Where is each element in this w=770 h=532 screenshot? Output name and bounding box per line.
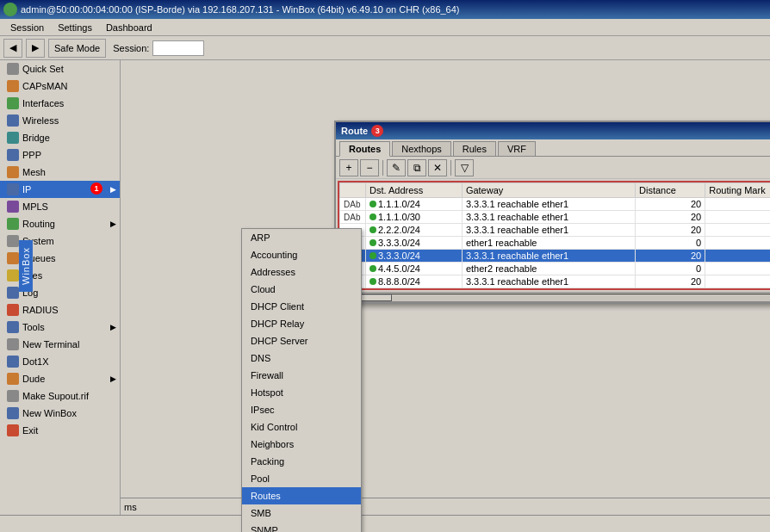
- sidebar-item-mesh[interactable]: Mesh: [0, 164, 120, 181]
- sidebar-label-interfaces: Interfaces: [22, 98, 64, 108]
- exit-icon: [7, 424, 19, 436]
- forward-button[interactable]: ▶: [26, 39, 45, 58]
- row-indicator: [369, 278, 376, 285]
- sidebar-item-ppp[interactable]: PPP: [0, 146, 120, 164]
- dropdown-item-cloud[interactable]: Cloud: [242, 281, 361, 298]
- menu-dashboard[interactable]: Dashboard: [99, 21, 159, 34]
- capsman-icon: [7, 80, 19, 92]
- bottom-status: ms: [121, 498, 770, 515]
- sidebar-label-mesh: Mesh: [22, 167, 46, 177]
- menu-settings[interactable]: Settings: [51, 21, 99, 34]
- copy-button[interactable]: ⧉: [407, 159, 426, 176]
- sidebar-item-ip[interactable]: IP ▶ 1: [0, 181, 120, 198]
- edit-button[interactable]: ✎: [387, 159, 406, 176]
- tab-nexthops[interactable]: Nexthops: [392, 141, 450, 156]
- status-bar: [0, 515, 770, 532]
- dropdown-item-routes[interactable]: Routes: [242, 487, 361, 504]
- sidebar-item-make-supout[interactable]: Make Supout.rif: [0, 387, 120, 405]
- cell-distance: 20: [636, 198, 705, 211]
- menu-session[interactable]: Session: [3, 21, 51, 34]
- table-row[interactable]: 4.4.5.0/24ether2 reachable04.4.5.254: [340, 263, 771, 275]
- dropdown-item-smb[interactable]: SMB: [242, 504, 361, 522]
- separator-1: [382, 160, 383, 176]
- dude-icon: [7, 373, 19, 385]
- row-indicator: [369, 252, 376, 259]
- cell-routing-mark: [705, 211, 770, 224]
- delete-button[interactable]: ✕: [428, 159, 447, 176]
- table-row[interactable]: 3.3.3.0/24ether1 reachable03.3.3.2: [340, 237, 771, 250]
- sidebar-item-bridge[interactable]: Bridge: [0, 129, 120, 146]
- safe-mode-button[interactable]: Safe Mode: [48, 39, 106, 58]
- mpls-icon: [7, 201, 19, 213]
- cell-dst-address: 1.1.1.0/30: [366, 211, 463, 224]
- sidebar-item-dude[interactable]: Dude ▶: [0, 370, 120, 387]
- toolbar: ◀ ▶ Safe Mode Session:: [0, 36, 770, 60]
- filter-button[interactable]: ▽: [455, 159, 474, 176]
- cell-distance: 0: [636, 237, 705, 250]
- dropdown-item-neighbors[interactable]: Neighbors: [242, 436, 361, 453]
- sidebar-item-files[interactable]: Files: [0, 267, 120, 284]
- sidebar-label-wireless: Wireless: [22, 115, 59, 126]
- cell-dst-address: 1.1.1.0/24: [366, 198, 463, 211]
- tab-rules[interactable]: Rules: [453, 141, 496, 156]
- sidebar-item-capsman[interactable]: CAPsMAN: [0, 77, 120, 95]
- title-bar: admin@50:00:00:04:00:00 (ISP-Borde) via …: [0, 0, 770, 19]
- session-input[interactable]: [152, 40, 204, 56]
- cell-distance: 20: [636, 224, 705, 237]
- sidebar-item-quick-set[interactable]: Quick Set: [0, 60, 120, 77]
- table-row[interactable]: DAb1.1.1.0/303.3.3.1 reachable ether120: [340, 211, 771, 224]
- sidebar-item-log[interactable]: Log: [0, 284, 120, 301]
- tab-routes[interactable]: Routes: [339, 141, 390, 157]
- dropdown-item-dhcp-client[interactable]: DHCP Client: [242, 298, 361, 315]
- dropdown-item-arp[interactable]: ARP: [242, 229, 361, 246]
- dude-arrow: ▶: [110, 374, 116, 383]
- dropdown-item-firewall[interactable]: Firewall: [242, 367, 361, 384]
- scrollbar-thumb[interactable]: [357, 294, 392, 301]
- dropdown-item-dns[interactable]: DNS: [242, 350, 361, 367]
- sidebar-label-quick-set: Quick Set: [22, 64, 64, 74]
- cell-dst-address: 4.4.5.0/24: [366, 263, 463, 275]
- dropdown-item-ipsec[interactable]: IPsec: [242, 401, 361, 418]
- dropdown-item-pool[interactable]: Pool: [242, 470, 361, 487]
- dropdown-item-packing[interactable]: Packing: [242, 453, 361, 470]
- sidebar-item-exit[interactable]: Exit: [0, 422, 120, 439]
- status-ms: ms: [124, 502, 137, 512]
- back-button[interactable]: ◀: [3, 39, 22, 58]
- cell-routing-mark: [705, 250, 770, 263]
- dropdown-item-accounting[interactable]: Accounting: [242, 246, 361, 263]
- cell-distance: 20: [636, 275, 705, 288]
- dropdown-item-dhcp-relay[interactable]: DHCP Relay: [242, 315, 361, 332]
- sidebar-item-routing[interactable]: Routing ▶: [0, 215, 120, 232]
- table-row[interactable]: 3.3.3.0/243.3.3.1 reachable ether120: [340, 250, 771, 263]
- dropdown-item-dhcp-server[interactable]: DHCP Server: [242, 332, 361, 350]
- table-toolbar: + − ✎ ⧉ ✕ ▽ all: [336, 157, 770, 179]
- dropdown-item-kid-control[interactable]: Kid Control: [242, 418, 361, 436]
- sidebar-item-tools[interactable]: Tools ▶: [0, 319, 120, 336]
- sidebar-item-mpls[interactable]: MPLS: [0, 198, 120, 215]
- content-area: ms ARP Accounting Addresses Cloud DHCP C…: [121, 60, 770, 532]
- sidebar-item-new-winbox[interactable]: New WinBox: [0, 405, 120, 422]
- remove-button[interactable]: −: [360, 159, 379, 176]
- sidebar-item-wireless[interactable]: Wireless: [0, 112, 120, 129]
- sidebar-item-radius[interactable]: RADIUS: [0, 301, 120, 319]
- sidebar-item-dot1x[interactable]: Dot1X: [0, 353, 120, 370]
- table-row[interactable]: DAb1.1.1.0/243.3.3.1 reachable ether120: [340, 198, 771, 211]
- sidebar-item-system[interactable]: System: [0, 232, 120, 250]
- dropdown-item-addresses[interactable]: Addresses: [242, 263, 361, 281]
- sidebar-label-dot1x: Dot1X: [22, 356, 49, 367]
- add-button[interactable]: +: [339, 159, 358, 176]
- cell-distance: 20: [636, 211, 705, 224]
- dropdown-item-hotspot[interactable]: Hotspot: [242, 384, 361, 401]
- col-distance: Distance: [636, 183, 705, 198]
- table-row[interactable]: 2.2.2.0/243.3.3.1 reachable ether120: [340, 224, 771, 237]
- sidebar-item-interfaces[interactable]: Interfaces: [0, 95, 120, 112]
- dropdown-item-snmp[interactable]: SNMP: [242, 522, 361, 532]
- table-row[interactable]: 8.8.8.0/243.3.3.1 reachable ether120: [340, 275, 771, 288]
- sidebar-item-queues[interactable]: Queues: [0, 250, 120, 267]
- cell-gateway: 3.3.3.1 reachable ether1: [462, 224, 635, 237]
- row-indicator: [369, 239, 376, 246]
- sidebar: Quick Set CAPsMAN Interfaces Wireless Br…: [0, 60, 121, 532]
- sidebar-item-new-terminal[interactable]: New Terminal: [0, 336, 120, 353]
- cell-gateway: 3.3.3.1 reachable ether1: [462, 211, 635, 224]
- tab-vrf[interactable]: VRF: [498, 141, 536, 156]
